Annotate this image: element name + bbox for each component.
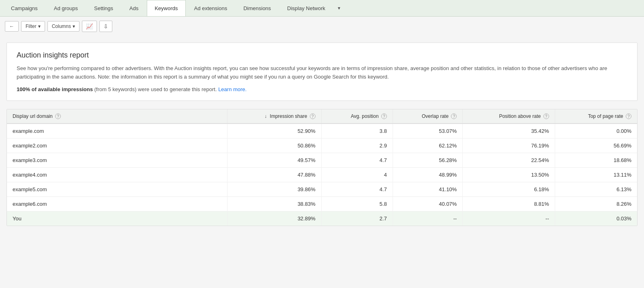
info-box-description: See how you're performing compared to ot… — [17, 64, 627, 81]
cell-overlap-rate: 56.28% — [393, 153, 462, 167]
cell-avg-position: 3.8 — [321, 124, 393, 139]
tab-ads[interactable]: Ads — [122, 0, 146, 16]
learn-more-link[interactable]: Learn more. — [218, 86, 247, 92]
tab-settings[interactable]: Settings — [86, 0, 121, 16]
cell-domain: You — [7, 211, 228, 226]
cell-position-above-rate: -- — [463, 211, 555, 226]
cell-impression-share: 47.88% — [228, 167, 321, 182]
table-row: example4.com47.88%448.99%13.50%13.11% — [7, 167, 637, 182]
filter-chevron-icon: ▾ — [38, 23, 41, 29]
cell-domain: example4.com — [7, 167, 228, 182]
cell-domain: example5.com — [7, 182, 228, 196]
chart-icon: 📈 — [86, 23, 93, 30]
tab-dimensions[interactable]: Dimensions — [236, 0, 279, 16]
table-row: example2.com50.86%2.962.12%76.19%56.69% — [7, 138, 637, 153]
cell-overlap-rate: -- — [393, 211, 462, 226]
cell-avg-position: 4.7 — [321, 182, 393, 196]
chart-button[interactable]: 📈 — [82, 21, 97, 32]
info-box-title: Auction insights report — [17, 51, 627, 60]
cell-position-above-rate: 13.50% — [463, 167, 555, 182]
toolbar: ← Filter ▾ Columns ▾ 📈 ⇩ — [0, 17, 644, 36]
cell-top-of-page-rate: 8.26% — [555, 196, 637, 211]
col-top-of-page-rate: Top of page rate ? — [555, 109, 637, 124]
cell-position-above-rate: 6.18% — [463, 182, 555, 196]
cell-avg-position: 5.8 — [321, 196, 393, 211]
tab-more-dropdown[interactable]: ▾ — [334, 1, 344, 15]
cell-impression-share: 52.90% — [228, 124, 321, 139]
cell-impression-share: 49.57% — [228, 153, 321, 167]
tab-ad-groups[interactable]: Ad groups — [46, 0, 86, 16]
col-display-url-help[interactable]: ? — [55, 113, 61, 119]
info-box: Auction insights report See how you're p… — [6, 43, 638, 101]
impression-note: 100% of available impressions (from 5 ke… — [17, 86, 627, 92]
col-overlap-rate: Overlap rate ? — [393, 109, 462, 124]
cell-avg-position: 4 — [321, 167, 393, 182]
table-header-row: Display url domain ? ↓ Impression share … — [7, 109, 637, 124]
cell-impression-share: 32.89% — [228, 211, 321, 226]
cell-impression-share: 38.83% — [228, 196, 321, 211]
cell-position-above-rate: 8.81% — [463, 196, 555, 211]
col-impression-share: ↓ Impression share ? — [228, 109, 321, 124]
cell-position-above-rate: 35.42% — [463, 124, 555, 139]
cell-avg-position: 4.7 — [321, 153, 393, 167]
col-position-above-rate-help[interactable]: ? — [543, 113, 549, 119]
cell-overlap-rate: 48.99% — [393, 167, 462, 182]
table-row: You32.89%2.7----0.03% — [7, 211, 637, 226]
col-display-url: Display url domain ? — [7, 109, 228, 124]
download-icon: ⇩ — [103, 23, 108, 30]
back-icon: ← — [9, 23, 14, 29]
tab-campaigns[interactable]: Campaigns — [3, 0, 45, 16]
sort-down-icon[interactable]: ↓ — [264, 113, 267, 119]
cell-avg-position: 2.9 — [321, 138, 393, 153]
cell-position-above-rate: 22.54% — [463, 153, 555, 167]
tab-display-network[interactable]: Display Network — [279, 0, 333, 16]
download-button[interactable]: ⇩ — [99, 21, 112, 32]
table-row: example5.com39.86%4.741.10%6.18%6.13% — [7, 182, 637, 196]
table-row: example3.com49.57%4.756.28%22.54%18.68% — [7, 153, 637, 167]
cell-impression-share: 39.86% — [228, 182, 321, 196]
cell-domain: example3.com — [7, 153, 228, 167]
cell-top-of-page-rate: 0.00% — [555, 124, 637, 139]
col-impression-share-label: Impression share — [270, 113, 307, 119]
cell-overlap-rate: 62.12% — [393, 138, 462, 153]
columns-button[interactable]: Columns ▾ — [47, 21, 79, 32]
columns-chevron-icon: ▾ — [73, 23, 75, 29]
cell-top-of-page-rate: 13.11% — [555, 167, 637, 182]
cell-domain: example.com — [7, 124, 228, 139]
data-table-wrap: Display url domain ? ↓ Impression share … — [6, 109, 638, 226]
col-top-of-page-rate-help[interactable]: ? — [626, 113, 631, 119]
cell-top-of-page-rate: 0.03% — [555, 211, 637, 226]
col-display-url-label: Display url domain — [13, 113, 53, 119]
cell-domain: example6.com — [7, 196, 228, 211]
table-row: example.com52.90%3.853.07%35.42%0.00% — [7, 124, 637, 139]
col-avg-position-label: Avg. position — [351, 113, 379, 119]
cell-overlap-rate: 40.07% — [393, 196, 462, 211]
tab-keywords[interactable]: Keywords — [147, 0, 185, 16]
cell-overlap-rate: 53.07% — [393, 124, 462, 139]
cell-domain: example2.com — [7, 138, 228, 153]
cell-top-of-page-rate: 18.68% — [555, 153, 637, 167]
cell-overlap-rate: 41.10% — [393, 182, 462, 196]
filter-label: Filter — [26, 23, 36, 29]
impression-note-text: (from 5 keywords) were used to generate … — [93, 86, 218, 92]
cell-top-of-page-rate: 6.13% — [555, 182, 637, 196]
col-avg-position-help[interactable]: ? — [381, 113, 387, 119]
columns-label: Columns — [52, 23, 71, 29]
filter-button[interactable]: Filter ▾ — [21, 21, 45, 32]
tab-ad-extensions[interactable]: Ad extensions — [187, 0, 235, 16]
cell-impression-share: 50.86% — [228, 138, 321, 153]
col-position-above-rate-label: Position above rate — [499, 113, 541, 119]
main-content: Auction insights report See how you're p… — [0, 36, 644, 233]
impression-note-bold: 100% of available impressions — [17, 86, 93, 92]
col-position-above-rate: Position above rate ? — [463, 109, 555, 124]
back-button[interactable]: ← — [5, 21, 19, 32]
col-overlap-rate-help[interactable]: ? — [451, 113, 457, 119]
col-overlap-rate-label: Overlap rate — [422, 113, 449, 119]
col-impression-share-help[interactable]: ? — [310, 113, 316, 119]
col-top-of-page-rate-label: Top of page rate — [588, 113, 623, 119]
cell-position-above-rate: 76.19% — [463, 138, 555, 153]
tab-bar: Campaigns Ad groups Settings Ads Keyword… — [0, 0, 644, 17]
auction-insights-table: Display url domain ? ↓ Impression share … — [7, 109, 637, 226]
cell-top-of-page-rate: 56.69% — [555, 138, 637, 153]
cell-avg-position: 2.7 — [321, 211, 393, 226]
